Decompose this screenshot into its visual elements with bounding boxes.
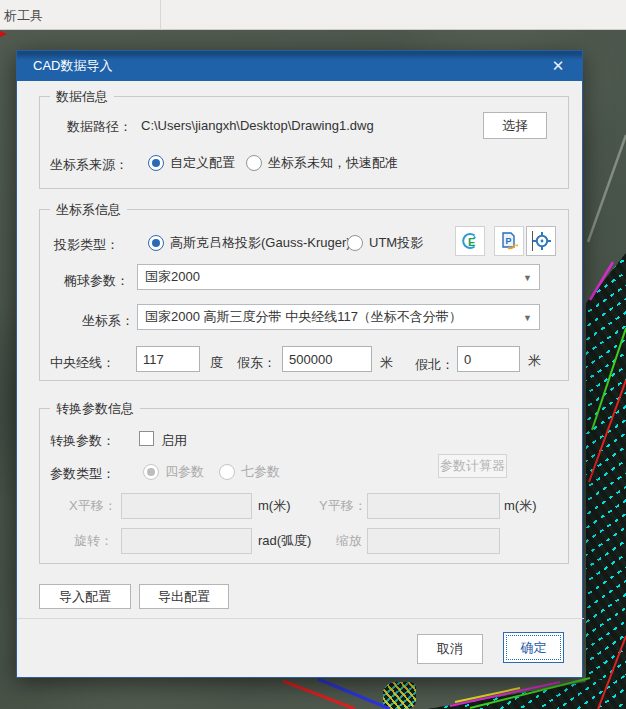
ellipsoid-select[interactable]: 国家2000 ▼ — [137, 264, 540, 290]
false-east-input[interactable] — [282, 346, 372, 372]
radio-gauss-kruger-dot — [148, 235, 164, 251]
param-calculator-button: 参数计算器 — [438, 454, 507, 478]
radio-custom-config-dot — [148, 155, 164, 171]
radio-custom-config[interactable]: 自定义配置 — [148, 154, 235, 172]
false-north-unit: 米 — [528, 352, 541, 370]
epsg-search-icon: E — [460, 231, 480, 251]
menu-bar: 析工具 — [0, 0, 626, 30]
radio-unknown-crs-dot — [246, 155, 262, 171]
crs-pick-on-map-button[interactable] — [526, 226, 556, 256]
radio-unknown-crs-label: 坐标系未知，快速配准 — [268, 154, 398, 172]
chevron-down-icon: ▼ — [523, 273, 532, 283]
dx-unit: m(米) — [258, 497, 291, 515]
rotate-label: 旋转： — [74, 532, 113, 550]
svg-text:E: E — [468, 236, 475, 248]
footer-divider — [17, 618, 584, 619]
radio-seven-param: 七参数 — [219, 463, 280, 481]
data-path-label: 数据路径： — [67, 118, 132, 136]
close-icon[interactable]: ✕ — [544, 55, 572, 77]
radio-four-param: 四参数 — [143, 463, 204, 481]
ellipsoid-label: 椭球参数： — [64, 272, 129, 290]
radio-custom-config-label: 自定义配置 — [170, 154, 235, 172]
crs-selected-value: 国家2000 高斯三度分带 中央经线117（坐标不含分带） — [145, 308, 462, 326]
false-north-label: 假北： — [415, 356, 454, 374]
choose-file-button[interactable]: 选择 — [483, 112, 547, 139]
rotate-input — [121, 528, 252, 554]
import-config-button[interactable]: 导入配置 — [39, 584, 131, 609]
rotate-unit: rad(弧度) — [258, 532, 311, 550]
map-red-marker — [0, 31, 7, 37]
export-config-button[interactable]: 导出配置 — [139, 584, 229, 609]
radio-unknown-crs[interactable]: 坐标系未知，快速配准 — [246, 154, 398, 172]
file-import-icon: P — [499, 231, 519, 251]
data-path-value: C:\Users\jiangxh\Desktop\Drawing1.dwg — [141, 118, 374, 133]
radio-utm-dot — [347, 235, 363, 251]
cancel-button[interactable]: 取消 — [417, 634, 483, 664]
radio-gauss-kruger[interactable]: 高斯克吕格投影(Gauss-Kruger) — [148, 234, 351, 252]
screen: 析工具 CAD数据导入 ✕ 数据信息 数据路径： — [0, 0, 626, 709]
param-type-label: 参数类型： — [50, 465, 115, 483]
central-meridian-label: 中央经线： — [50, 354, 115, 372]
central-meridian-input[interactable] — [136, 346, 200, 372]
cad-hatch-layer-right — [586, 253, 626, 709]
menu-item-analysis-tools[interactable]: 析工具 — [4, 7, 43, 25]
false-east-unit: 米 — [380, 354, 393, 372]
false-north-input[interactable] — [457, 346, 520, 372]
scale-input — [367, 528, 500, 554]
group-data-info: 数据信息 数据路径： C:\Users\jiangxh\Desktop\Draw… — [39, 96, 569, 189]
cad-feature-cluster — [383, 682, 416, 709]
enable-checkbox[interactable] — [139, 431, 154, 446]
transform-param-label: 转换参数： — [50, 432, 115, 450]
dialog-title: CAD数据导入 — [33, 57, 112, 75]
dy-label: Y平移： — [319, 497, 367, 515]
radio-seven-param-dot — [219, 464, 235, 480]
group-data-info-legend: 数据信息 — [50, 88, 114, 106]
cad-import-dialog: CAD数据导入 ✕ 数据信息 数据路径： C:\Users\jiangxh\De… — [16, 50, 583, 678]
dx-label: X平移： — [69, 497, 117, 515]
radio-utm[interactable]: UTM投影 — [347, 234, 423, 252]
group-transform-info-legend: 转换参数信息 — [50, 400, 140, 418]
false-east-label: 假东： — [237, 354, 276, 372]
ok-button[interactable]: 确定 — [503, 632, 564, 663]
crosshair-target-icon — [530, 230, 552, 252]
crs-label: 坐标系： — [82, 312, 134, 330]
crs-source-label: 坐标系来源： — [50, 156, 128, 174]
dx-input — [121, 493, 252, 519]
radio-gauss-kruger-label: 高斯克吕格投影(Gauss-Kruger) — [170, 234, 351, 252]
svg-text:P: P — [506, 236, 512, 246]
crs-select[interactable]: 国家2000 高斯三度分带 中央经线117（坐标不含分带） ▼ — [137, 304, 540, 330]
crs-import-file-button[interactable]: P — [494, 226, 524, 256]
group-crs-info: 坐标系信息 投影类型： 高斯克吕格投影(Gauss-Kruger) UTM投影 … — [39, 209, 569, 381]
dialog-titlebar[interactable]: CAD数据导入 ✕ — [17, 51, 582, 81]
menu-divider — [160, 0, 161, 30]
central-meridian-unit: 度 — [210, 354, 223, 372]
dy-input — [367, 493, 500, 519]
enable-label: 启用 — [161, 432, 187, 450]
ellipsoid-selected-value: 国家2000 — [145, 268, 200, 286]
crs-query-button[interactable]: E — [455, 226, 485, 256]
projection-type-label: 投影类型： — [54, 236, 119, 254]
radio-seven-param-label: 七参数 — [241, 463, 280, 481]
group-crs-info-legend: 坐标系信息 — [50, 201, 127, 219]
radio-utm-label: UTM投影 — [369, 234, 423, 252]
radio-four-param-label: 四参数 — [165, 463, 204, 481]
radio-four-param-dot — [143, 464, 159, 480]
group-transform-info: 转换参数信息 转换参数： 启用 参数类型： 四参数 七参数 参数计算器 X平移：… — [39, 408, 569, 564]
dy-unit: m(米) — [504, 497, 537, 515]
chevron-down-icon: ▼ — [523, 313, 532, 323]
